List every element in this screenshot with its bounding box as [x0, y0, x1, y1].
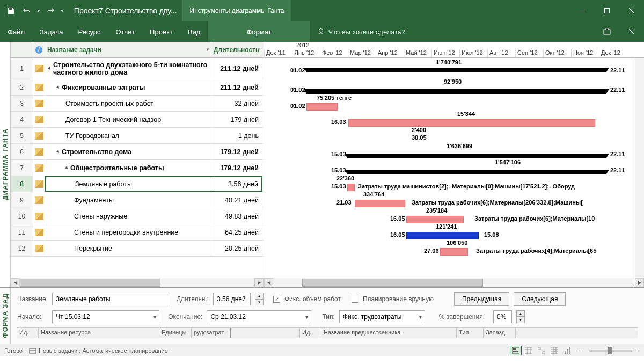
view-gantt-icon[interactable]: [510, 346, 522, 355]
task-name-cell[interactable]: Перекрытие: [45, 241, 211, 256]
tab-project[interactable]: Проект: [142, 21, 180, 42]
duration-input[interactable]: [213, 293, 251, 305]
duration-cell[interactable]: 211.12 дней: [211, 79, 262, 95]
duration-cell[interactable]: 20.25 дней: [211, 241, 262, 256]
qat-custom[interactable]: ▼: [60, 9, 64, 13]
collapse-icon[interactable]: [56, 150, 61, 154]
task-row[interactable]: 11Стены и перегородки внутренние64.25 дн…: [11, 224, 264, 241]
tab-resource[interactable]: Ресурс: [71, 21, 108, 42]
duration-cell[interactable]: 179 дней: [211, 112, 262, 127]
duration-spinner[interactable]: ▲▼: [255, 293, 264, 305]
minimize-button[interactable]: [570, 0, 595, 21]
timeline-header[interactable]: 2012 Дек '11Янв '12Фев '12Мар '12Апр '12…: [264, 42, 644, 58]
duration-column[interactable]: Длительность▼: [211, 42, 262, 57]
finish-date-select[interactable]: Ср 21.03.12: [207, 310, 311, 323]
res-name-col[interactable]: Название ресурса: [39, 328, 159, 338]
row-number[interactable]: 5: [11, 128, 33, 143]
task-bar[interactable]: [406, 232, 479, 239]
duration-cell[interactable]: 3.56 дней: [211, 176, 262, 192]
zoom-in-icon[interactable]: +: [636, 347, 640, 354]
row-number[interactable]: 1: [11, 58, 33, 79]
maximize-button[interactable]: [595, 0, 619, 21]
tab-file[interactable]: Файл: [0, 21, 32, 42]
task-name-cell[interactable]: Стены наружные: [45, 208, 211, 224]
pred-lag-col[interactable]: Запазд.: [484, 328, 516, 338]
duration-cell[interactable]: 49.83 дней: [211, 208, 262, 224]
row-number[interactable]: 9: [11, 192, 33, 208]
manual-schedule-checkbox[interactable]: [352, 296, 358, 303]
view-report-icon[interactable]: [561, 346, 573, 355]
task-name-cell[interactable]: Строительство двухэтажного 5-ти комнатно…: [45, 58, 211, 79]
tab-report[interactable]: Отчет: [108, 21, 143, 42]
scroll-left-icon[interactable]: ◀: [264, 278, 273, 287]
row-number[interactable]: 10: [11, 208, 33, 224]
task-name-cell[interactable]: Договор 1 Технический надзор: [45, 112, 211, 127]
percent-spinner[interactable]: ▲▼: [516, 310, 525, 323]
view-sheet-icon[interactable]: [548, 346, 560, 355]
collapse-icon[interactable]: [48, 67, 52, 71]
row-number[interactable]: 3: [11, 96, 33, 111]
vertical-scrollbar[interactable]: [635, 58, 644, 278]
save-icon[interactable]: [4, 4, 17, 17]
task-row[interactable]: 6Строительство дома179.12 дней: [11, 144, 264, 160]
fixed-work-checkbox[interactable]: [273, 296, 280, 303]
duration-cell[interactable]: 211.12 дней: [211, 58, 262, 79]
percent-input[interactable]: [493, 310, 512, 323]
collapse-icon[interactable]: [56, 85, 61, 90]
row-header-blank[interactable]: [11, 42, 33, 57]
task-bar[interactable]: [348, 119, 595, 127]
collapse-icon[interactable]: [65, 166, 69, 170]
tell-me-search[interactable]: Что вы хотите сделать?: [310, 28, 413, 36]
task-name-cell[interactable]: Стены и перегородки внутренние: [45, 224, 211, 240]
row-number[interactable]: 6: [11, 144, 33, 159]
task-name-cell[interactable]: Строительство дома: [45, 144, 211, 159]
duration-cell[interactable]: 32 дней: [211, 96, 262, 111]
gantt-body[interactable]: 01.0222.111'740'79101.0222.1192'95001.02…: [264, 58, 644, 278]
start-date-select[interactable]: Чт 15.03.12: [52, 310, 159, 323]
ribbon-close-icon[interactable]: [619, 21, 644, 42]
task-bar[interactable]: [406, 216, 464, 223]
prev-button[interactable]: Предыдущая: [454, 292, 509, 306]
left-horizontal-scrollbar[interactable]: ◀ ▶: [11, 278, 264, 287]
task-bar[interactable]: [355, 200, 405, 207]
undo-dropdown[interactable]: ▼: [36, 9, 41, 13]
tab-format[interactable]: Формат: [208, 21, 310, 42]
summary-bar[interactable]: [347, 154, 606, 158]
summary-bar[interactable]: [306, 68, 606, 72]
form-label[interactable]: ФОРМА ЗАД: [0, 288, 11, 344]
task-row[interactable]: 2Фиксированные затраты211.12 дней: [11, 79, 264, 96]
summary-bar[interactable]: [347, 170, 606, 174]
task-row[interactable]: 9Фундаменты40.21 дней: [11, 192, 264, 208]
indicators-column[interactable]: i: [33, 42, 45, 57]
duration-cell[interactable]: 179.12 дней: [211, 160, 262, 176]
row-number[interactable]: 12: [11, 241, 33, 256]
zoom-out-icon[interactable]: ─: [577, 347, 582, 354]
row-number[interactable]: 2: [11, 79, 33, 95]
res-units-col[interactable]: Единицы: [159, 328, 192, 338]
task-bar[interactable]: [440, 248, 468, 256]
right-horizontal-scrollbar[interactable]: ◀ ▶: [264, 278, 644, 287]
pred-name-col[interactable]: Название предшественника: [321, 328, 457, 338]
duration-cell[interactable]: 40.21 дней: [211, 192, 262, 208]
tab-view[interactable]: Вид: [180, 21, 208, 42]
duration-cell[interactable]: 1 день: [211, 128, 262, 143]
task-row[interactable]: 4Договор 1 Технический надзор179 дней: [11, 112, 264, 128]
task-name-cell[interactable]: Фундаменты: [45, 192, 211, 208]
row-number[interactable]: 7: [11, 160, 33, 176]
pred-id-col[interactable]: Ид.: [300, 328, 321, 338]
ribbon-share-icon[interactable]: [595, 21, 619, 42]
duration-cell[interactable]: 64.25 дней: [211, 224, 262, 240]
task-name-cell[interactable]: Фиксированные затраты: [45, 79, 211, 95]
gantt-view-label[interactable]: ДИАГРАММА ГАНТА: [0, 42, 11, 287]
scroll-left-icon[interactable]: ◀: [11, 278, 20, 287]
task-row[interactable]: 10Стены наружные49.83 дней: [11, 208, 264, 224]
tab-task[interactable]: Задача: [32, 21, 71, 42]
scroll-right-icon[interactable]: ▶: [254, 278, 264, 287]
task-row[interactable]: 7Общестроительные работы179.12 дней: [11, 160, 264, 176]
zoom-slider[interactable]: [589, 350, 632, 352]
view-network-icon[interactable]: [536, 346, 547, 355]
row-number[interactable]: 8: [11, 176, 33, 192]
task-name-cell[interactable]: Стоимость проектных работ: [45, 96, 211, 111]
res-id-col[interactable]: Ид.: [17, 328, 39, 338]
task-name-input[interactable]: [52, 293, 170, 305]
